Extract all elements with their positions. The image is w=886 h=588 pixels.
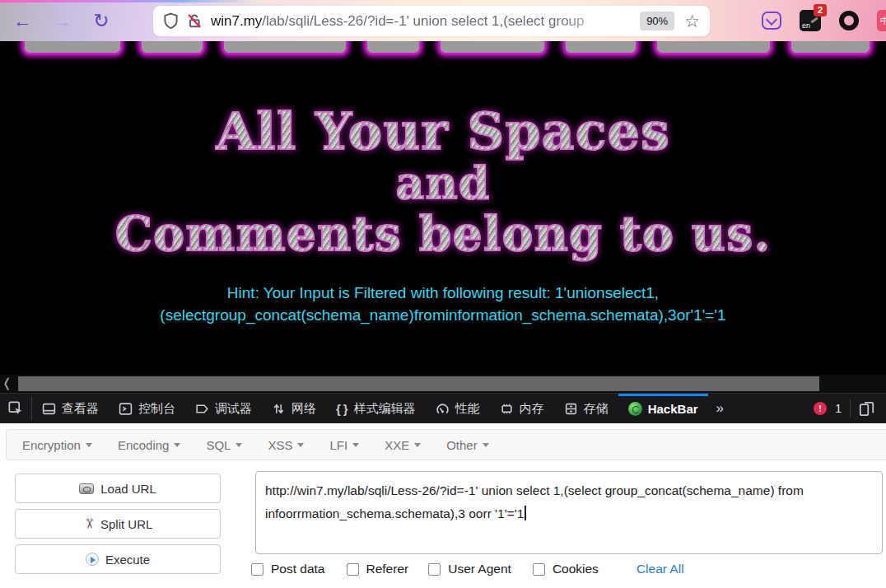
url-bar[interactable]: win7.my/lab/sqli/Less-26/?id=-1' union s… (153, 6, 710, 36)
page-title-line2: and (0, 160, 886, 207)
menu-label: LFI (329, 438, 347, 452)
chevron-down-icon (414, 443, 421, 447)
reload-icon[interactable]: ↻ (91, 12, 112, 30)
tab-console[interactable]: 控制台 (109, 394, 185, 423)
checkbox-label: Post data (271, 562, 325, 576)
referer-checkbox[interactable]: Referer (347, 562, 409, 576)
load-url-icon (79, 483, 94, 494)
overflow-chevron-icon[interactable]: » (708, 394, 730, 423)
textarea-value: http://win7.my/lab/sqli/Less-26/?id=-1' … (265, 483, 804, 520)
menu-sql[interactable]: SQL (206, 438, 242, 452)
menu-encoding[interactable]: Encoding (118, 438, 181, 452)
menu-label: Other (446, 438, 478, 452)
back-icon[interactable]: ← (12, 12, 33, 30)
hint-line1: Hint: Your Input is Filtered with follow… (0, 282, 886, 304)
tab-inspector[interactable]: 查看器 (32, 394, 109, 423)
menu-xss[interactable]: XSS (268, 438, 304, 452)
menu-other[interactable]: Other (446, 438, 489, 452)
hackbar-url-textarea[interactable]: http://win7.my/lab/sqli/Less-26/?id=-1' … (255, 471, 883, 554)
url-domain[interactable]: win7.my (211, 13, 262, 29)
split-url-button[interactable]: ✂ Split URL (15, 509, 221, 539)
lock-slash-icon[interactable] (186, 12, 203, 30)
checkbox-icon[interactable] (347, 563, 359, 576)
chevron-down-icon (352, 443, 359, 447)
tab-label: 控制台 (138, 401, 175, 417)
storage-icon (564, 402, 578, 416)
hackbar-menubar: Encryption Encoding SQL XSS LFI XXE Othe… (6, 429, 886, 460)
console-icon (119, 402, 133, 416)
devtools-tabs: 查看器 控制台 调试器 网络 (32, 394, 730, 423)
shield-icon[interactable] (163, 12, 179, 30)
extension-ring-icon[interactable] (839, 11, 859, 30)
menu-lfi[interactable]: LFI (329, 438, 359, 452)
error-badge-icon[interactable]: ! (814, 402, 827, 415)
load-url-button[interactable]: Load URL (15, 474, 221, 503)
play-icon (86, 553, 99, 566)
devtools-right-controls: ! 1 (814, 394, 886, 423)
performance-icon (436, 402, 450, 416)
checkbox-label: Cookies (553, 562, 599, 576)
scroll-left-icon[interactable]: ❬ (2, 376, 12, 390)
scrollbar-thumb[interactable] (18, 376, 819, 391)
tab-label: 内存 (520, 401, 544, 417)
memory-icon (500, 402, 514, 416)
debugger-icon (195, 402, 209, 416)
button-label: Load URL (100, 482, 156, 496)
menu-label: SQL (206, 438, 231, 452)
chevron-down-icon (235, 443, 242, 447)
hackbar-buttons: Load URL ✂ Split URL Execute (15, 474, 221, 574)
hackbar-icon (628, 402, 642, 416)
tab-memory[interactable]: 内存 (490, 394, 554, 423)
cookies-checkbox[interactable]: Cookies (533, 562, 599, 576)
style-editor-icon: { } (336, 402, 348, 416)
url-text[interactable]: win7.my/lab/sqli/Less-26/?id=-1' union s… (211, 13, 633, 30)
tab-label: 存储 (584, 401, 609, 417)
button-label: Split URL (100, 517, 152, 531)
inspector-icon (42, 402, 56, 416)
pick-element-icon[interactable] (0, 394, 31, 423)
horizontal-scrollbar[interactable]: ❬ (0, 375, 886, 394)
tab-label: 查看器 (62, 401, 99, 417)
extension-en-label: en (802, 21, 810, 30)
tab-performance[interactable]: 性能 (426, 394, 490, 423)
devtools-separator (850, 399, 851, 418)
pocket-icon[interactable] (762, 12, 781, 30)
user-agent-checkbox[interactable]: User Agent (428, 562, 511, 576)
checkbox-icon[interactable] (251, 563, 263, 576)
bookmark-star-icon[interactable]: ☆ (681, 12, 703, 31)
tab-label: 样式编辑器 (354, 401, 416, 417)
page-title-line3: Comments belong to us. (0, 207, 886, 261)
checkbox-icon[interactable] (428, 563, 441, 576)
checkbox-icon[interactable] (533, 563, 545, 576)
error-count[interactable]: 1 (835, 402, 842, 415)
post-data-checkbox[interactable]: Post data (251, 562, 325, 576)
hint-text: Hint: Your Input is Filtered with follow… (0, 282, 886, 326)
hackbar-panel: Encryption Encoding SQL XSS LFI XXE Othe… (0, 423, 886, 588)
chevron-down-icon (483, 443, 489, 447)
menu-label: Encryption (22, 438, 81, 452)
devtools-toolbar: 查看器 控制台 调试器 网络 (0, 394, 886, 423)
menu-xxe[interactable]: XXE (385, 438, 421, 452)
clear-all-link[interactable]: Clear All (637, 562, 684, 576)
tab-style-editor[interactable]: { } 样式编辑器 (326, 394, 426, 423)
tab-debugger[interactable]: 调试器 (185, 394, 262, 423)
chevron-down-icon (86, 443, 92, 447)
tab-storage[interactable]: 存储 (554, 394, 618, 423)
menu-label: XSS (268, 438, 292, 452)
responsive-design-icon[interactable] (859, 401, 874, 417)
menu-encryption[interactable]: Encryption (22, 438, 92, 452)
extension-en-icon[interactable]: en 2 (800, 10, 821, 31)
forward-icon[interactable]: → (51, 12, 72, 30)
execute-button[interactable]: Execute (15, 544, 221, 574)
tab-hackbar[interactable]: HackBar (618, 394, 708, 423)
tab-network[interactable]: 网络 (262, 394, 326, 423)
zoom-level-badge[interactable]: 90% (640, 12, 674, 30)
checkbox-label: Referer (366, 562, 409, 576)
scissors-icon: ✂ (82, 518, 95, 529)
extension-badge: 2 (814, 4, 827, 16)
screen: ← → ↻ win7.my/lab/sqli/Less-26/?id=-1' u… (0, 0, 886, 588)
translate-extension-icon[interactable]: 中A (877, 10, 886, 31)
page-title-line1: All Your Spaces (0, 104, 886, 160)
url-path[interactable]: /lab/sqli/Less-26/?id=-1' union select 1… (262, 13, 584, 29)
hint-line2: (selectgroup_concat(schema_name)frominfo… (0, 304, 886, 326)
